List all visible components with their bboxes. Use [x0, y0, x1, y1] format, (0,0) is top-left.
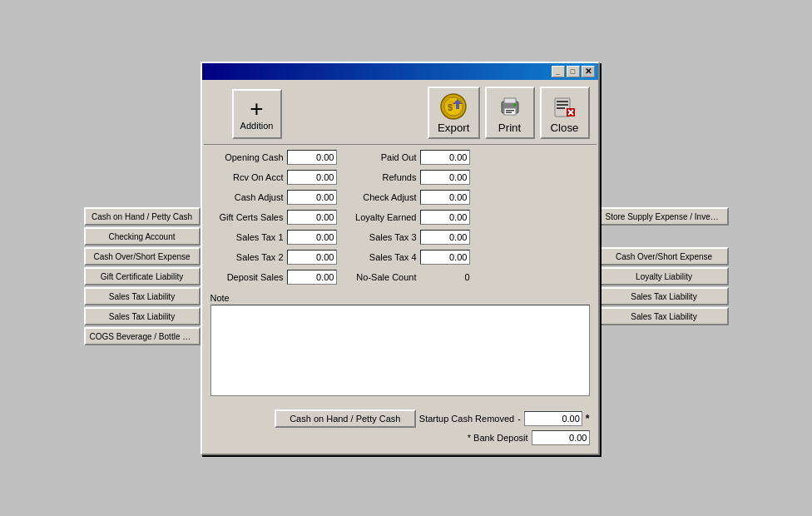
- right-field-labels: Paid Out Refunds Check Adjust Loyalty Ea…: [342, 148, 417, 286]
- startup-cash-input[interactable]: [524, 411, 582, 426]
- no-sale-count-display: 0: [420, 268, 472, 286]
- refunds-label: Refunds: [349, 168, 417, 186]
- note-textarea[interactable]: [210, 305, 590, 396]
- svg-rect-8: [506, 110, 514, 112]
- svg-text:$: $: [448, 102, 453, 112]
- svg-rect-6: [504, 98, 516, 103]
- gift-certs-sales-input[interactable]: [287, 210, 337, 225]
- export-icon: $: [438, 92, 468, 122]
- sales-tax-3-input[interactable]: [420, 230, 470, 245]
- addition-button[interactable]: + Addition: [232, 89, 282, 139]
- sales-tax-1-label: Sales Tax 1: [209, 228, 284, 246]
- toolbar: + Addition $ Export: [202, 80, 598, 144]
- sales-tax-1-input[interactable]: [287, 230, 337, 245]
- deposit-sales-label: Deposit Sales: [209, 268, 284, 286]
- sales-tax-4-input[interactable]: [420, 250, 470, 265]
- close-icon: [550, 92, 580, 122]
- paid-out-label: Paid Out: [349, 148, 417, 166]
- print-icon: [495, 92, 525, 122]
- check-adjust-label: Check Adjust: [349, 188, 417, 206]
- sales-tax-2-label: Sales Tax 2: [209, 248, 284, 266]
- checking-account-button[interactable]: Checking Account: [84, 227, 201, 246]
- cash-on-hand-button[interactable]: Cash on Hand / Petty Cash: [84, 207, 201, 226]
- bank-deposit-row: * Bank Deposit: [323, 430, 590, 445]
- no-sale-count-label: No-Sale Count: [349, 268, 417, 286]
- sales-tax-liability-1-button[interactable]: Sales Tax Liability: [84, 287, 201, 305]
- minimize-button[interactable]: _: [552, 66, 565, 77]
- sales-tax-liability-4-button[interactable]: Sales Tax Liability: [600, 307, 729, 325]
- addition-label: Addition: [240, 121, 274, 131]
- loyalty-earned-input[interactable]: [420, 210, 470, 225]
- refunds-input[interactable]: [420, 170, 470, 185]
- maximize-button[interactable]: □: [567, 66, 580, 77]
- gift-certs-sales-label: Gift Certs Sales: [209, 208, 284, 226]
- close-label: Close: [550, 122, 578, 134]
- bank-deposit-label: * Bank Deposit: [468, 433, 528, 443]
- loyalty-earned-label: Loyalty Earned: [349, 208, 417, 226]
- export-button[interactable]: $ Export: [428, 87, 480, 139]
- print-button[interactable]: Print: [485, 87, 535, 139]
- left-field-labels: Opening Cash Rcv On Acct Cash Adjust Gif…: [209, 148, 284, 286]
- right-field-inputs: 0: [420, 148, 472, 286]
- main-dialog: _ □ ✕ + Addition $: [201, 62, 600, 455]
- cash-adjust-input[interactable]: [287, 190, 337, 205]
- title-bar-buttons: _ □ ✕: [552, 66, 595, 77]
- opening-cash-label: Opening Cash: [209, 148, 284, 166]
- form-section: Opening Cash Rcv On Acct Cash Adjust Gif…: [202, 145, 598, 290]
- svg-rect-9: [506, 112, 512, 113]
- note-section: Note: [202, 290, 598, 403]
- left-account-buttons: Cash on Hand / Petty Cash Checking Accou…: [84, 62, 201, 345]
- rcv-on-acct-label: Rcv On Acct: [209, 168, 284, 186]
- rcv-on-acct-input[interactable]: [287, 170, 337, 185]
- svg-rect-12: [557, 101, 568, 102]
- right-empty-2: [600, 327, 729, 345]
- right-account-buttons: Store Supply Expense / Inventory Cash Ov…: [600, 62, 729, 345]
- cash-adjust-label: Cash Adjust: [209, 188, 284, 206]
- note-label: Note: [210, 293, 590, 303]
- startup-cash-label: Startup Cash Removed: [419, 414, 514, 424]
- svg-rect-13: [557, 104, 568, 106]
- print-label: Print: [498, 122, 521, 134]
- left-field-inputs: [287, 148, 339, 286]
- sales-tax-2-input[interactable]: [287, 250, 337, 265]
- cash-on-hand-bottom-button[interactable]: Cash on Hand / Petty Cash: [275, 409, 416, 428]
- svg-point-10: [513, 103, 516, 106]
- svg-rect-7: [504, 108, 516, 115]
- sales-tax-4-label: Sales Tax 4: [349, 248, 417, 266]
- bottom-section: Cash on Hand / Petty Cash Startup Cash R…: [202, 403, 598, 454]
- startup-dash: -: [517, 414, 521, 424]
- sales-tax-liability-3-button[interactable]: Sales Tax Liability: [600, 287, 729, 305]
- bank-deposit-input[interactable]: [532, 430, 590, 445]
- sales-tax-liability-2-button[interactable]: Sales Tax Liability: [84, 307, 201, 325]
- startup-cash-row: Cash on Hand / Petty Cash Startup Cash R…: [275, 409, 590, 428]
- paid-out-input[interactable]: [420, 150, 470, 165]
- cash-over-short-right-button[interactable]: Cash Over/Short Expense: [600, 247, 729, 265]
- cogs-beverage-button[interactable]: COGS Beverage / Bottle Deposit Liability: [84, 327, 201, 345]
- check-adjust-input[interactable]: [420, 190, 470, 205]
- deposit-sales-input[interactable]: [287, 270, 337, 285]
- svg-rect-14: [557, 107, 565, 109]
- opening-cash-input[interactable]: [287, 150, 337, 165]
- store-supply-expense-button[interactable]: Store Supply Expense / Inventory: [600, 207, 729, 226]
- loyalty-liability-button[interactable]: Loyalty Liability: [600, 267, 729, 285]
- close-button[interactable]: Close: [540, 87, 590, 139]
- export-label: Export: [438, 122, 470, 134]
- window-close-button[interactable]: ✕: [582, 66, 595, 77]
- title-bar: _ □ ✕: [202, 63, 598, 80]
- gift-cert-liability-button[interactable]: Gift Certificate Liability: [84, 267, 201, 285]
- sales-tax-3-label: Sales Tax 3: [349, 228, 417, 246]
- right-empty-1: [600, 227, 729, 246]
- startup-asterisk: *: [586, 413, 590, 424]
- cash-over-short-button[interactable]: Cash Over/Short Expense: [84, 247, 201, 265]
- plus-icon: +: [250, 97, 263, 121]
